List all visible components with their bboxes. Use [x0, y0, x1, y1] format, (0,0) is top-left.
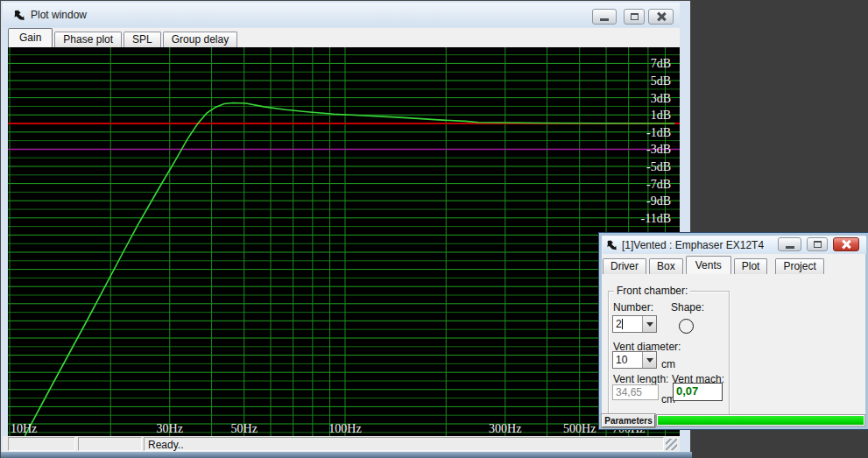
y-axis-label: 5dB — [651, 74, 671, 88]
x-axis-label: 50Hz — [231, 422, 258, 435]
calculation-progress-bar — [656, 414, 865, 426]
x-axis-label: 30Hz — [157, 422, 183, 435]
y-axis-label: 7dB — [651, 57, 671, 70]
close-icon — [842, 240, 850, 249]
desktop: Plot window Gain Phase plot SPL Group de… — [0, 0, 868, 458]
winisd-pipe-icon — [605, 239, 617, 251]
tab-group-delay[interactable]: Group delay — [163, 32, 237, 47]
plot-tabstrip: Gain Phase plot SPL Group delay — [8, 28, 680, 47]
number-label: Number: — [613, 301, 653, 314]
maximize-icon — [631, 13, 639, 20]
vented-box-dialog: [1]Vented : Emphaser EX12T4 Driver Box V… — [598, 232, 868, 430]
y-axis-label: 1dB — [651, 109, 671, 122]
chevron-down-icon — [646, 322, 653, 327]
vent-number-value: 2 — [616, 318, 622, 330]
dialog-maximize-button[interactable] — [807, 237, 828, 251]
y-axis-label: -9dB — [646, 194, 671, 208]
statusbar: Ready.. — [3, 436, 680, 452]
x-axis-label: 100Hz — [328, 422, 361, 435]
progress-fill — [658, 416, 864, 425]
chevron-down-icon — [646, 358, 653, 363]
minimize-icon — [600, 18, 609, 21]
tab-phase-plot[interactable]: Phase plot — [54, 32, 122, 47]
vent-mach-field[interactable]: 0,07 — [673, 383, 723, 401]
x-axis-label: 300Hz — [489, 422, 521, 435]
dropdown-button[interactable] — [642, 352, 656, 368]
status-message: Ready.. — [144, 437, 664, 451]
tab-gain[interactable]: Gain — [8, 28, 53, 47]
window-bottom-border — [1, 452, 692, 458]
minimize-icon — [786, 246, 794, 249]
vent-number-combobox[interactable]: 2 — [612, 315, 657, 333]
resize-grip-icon[interactable] — [666, 439, 677, 450]
close-button[interactable] — [648, 9, 674, 25]
x-axis-label: 500Hz — [563, 422, 596, 435]
dialog-tabstrip: Driver Box Vents Plot Project — [603, 256, 827, 274]
tab-plot[interactable]: Plot — [734, 258, 768, 274]
y-axis-label: -7dB — [646, 178, 671, 191]
plot-window-title: Plot window — [31, 9, 87, 21]
maximize-button[interactable] — [624, 9, 645, 25]
shape-label: Shape: — [671, 301, 704, 314]
y-axis-label: -3dB — [646, 143, 671, 156]
vent-diameter-unit: cm — [661, 358, 675, 370]
dialog-title: [1]Vented : Emphaser EX12T4 — [622, 239, 764, 251]
vent-shape-circle-icon[interactable] — [679, 319, 694, 334]
tab-driver[interactable]: Driver — [603, 258, 646, 274]
status-panel-2 — [78, 437, 142, 451]
parameters-button[interactable]: Parameters — [602, 414, 655, 427]
vent-diameter-value: 10 — [613, 352, 642, 368]
dropdown-button[interactable] — [642, 316, 656, 332]
maximize-icon — [814, 241, 822, 248]
y-axis-label: 3dB — [651, 92, 671, 105]
y-axis-label: -5dB — [646, 160, 671, 173]
front-chamber-legend: Front chamber: — [614, 285, 690, 297]
tab-spl[interactable]: SPL — [123, 32, 161, 47]
plot-window-titlebar[interactable]: Plot window — [3, 3, 680, 27]
text-caret — [622, 319, 623, 329]
winisd-pipe-icon — [12, 9, 25, 22]
gain-plot[interactable]: 7dB5dB3dB1dB-1dB-3dB-5dB-7dB-9dB-11dB10H… — [8, 47, 680, 436]
y-axis-label: -11dB — [641, 212, 671, 225]
dialog-close-button[interactable] — [833, 237, 859, 251]
vent-length-field[interactable]: 34,65 — [612, 384, 659, 400]
tab-vents[interactable]: Vents — [686, 256, 731, 274]
status-panel-1 — [8, 437, 75, 451]
vent-length-label: Vent length: — [613, 373, 668, 385]
close-icon — [657, 12, 666, 21]
front-chamber-group: Front chamber: Number: 2 Shape: Vent dia… — [608, 291, 730, 417]
tab-project[interactable]: Project — [775, 258, 823, 274]
tab-box[interactable]: Box — [649, 258, 683, 274]
x-axis-label: 10Hz — [11, 422, 37, 435]
vent-diameter-combobox[interactable]: 10 — [612, 351, 657, 369]
dialog-minimize-button[interactable] — [778, 237, 801, 251]
y-axis-label: -1dB — [646, 126, 671, 139]
minimize-button[interactable] — [592, 9, 617, 25]
gain-chart-svg: 7dB5dB3dB1dB-1dB-3dB-5dB-7dB-9dB-11dB10H… — [8, 47, 680, 436]
plot-window: Plot window Gain Phase plot SPL Group de… — [0, 0, 691, 458]
